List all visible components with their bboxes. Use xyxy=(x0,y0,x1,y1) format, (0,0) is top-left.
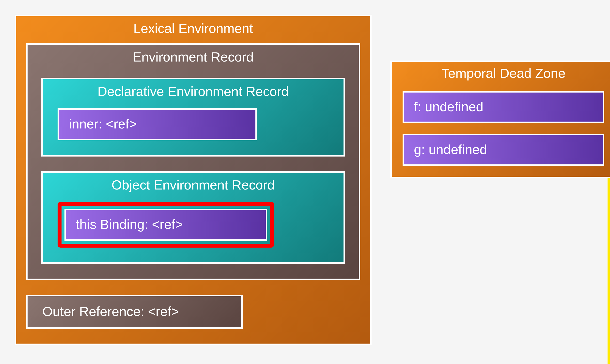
tdz-entry-f: f: undefined xyxy=(403,91,604,123)
lexical-environment-title: Lexical Environment xyxy=(26,19,360,43)
diagram-canvas: Lexical Environment Environment Record D… xyxy=(0,0,610,364)
lexical-environment-box: Lexical Environment Environment Record D… xyxy=(15,15,372,345)
environment-record-title: Environment Record xyxy=(41,48,345,72)
declarative-environment-record-box: Declarative Environment Record inner: <r… xyxy=(41,78,345,157)
environment-record-box: Environment Record Declarative Environme… xyxy=(26,43,360,280)
declarative-environment-record-title: Declarative Environment Record xyxy=(58,82,329,108)
temporal-dead-zone-title: Temporal Dead Zone xyxy=(403,64,604,85)
binding-entry-inner: inner: <ref> xyxy=(58,108,257,140)
outer-reference-box: Outer Reference: <ref> xyxy=(26,295,243,329)
object-environment-record-title: Object Environment Record xyxy=(58,176,329,202)
this-binding-highlight: this Binding: <ref> xyxy=(58,202,274,248)
object-environment-record-box: Object Environment Record this Binding: … xyxy=(41,171,345,264)
tdz-entry-g: g: undefined xyxy=(403,134,604,166)
binding-entry-this: this Binding: <ref> xyxy=(64,209,267,241)
temporal-dead-zone-box: Temporal Dead Zone f: undefined g: undef… xyxy=(390,61,610,178)
